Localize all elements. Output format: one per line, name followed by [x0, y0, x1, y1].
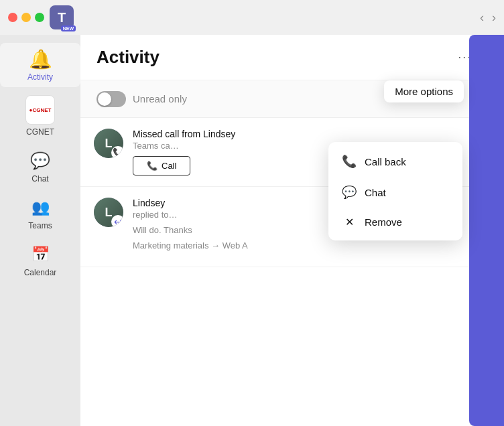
sidebar-label-teams: Teams	[28, 221, 52, 230]
toggle-knob	[98, 92, 111, 106]
sidebar-item-activity[interactable]: 🔔 Activity	[0, 43, 80, 87]
remove-label: Remove	[365, 216, 402, 228]
sidebar-label-cgnet: CGNET	[26, 127, 54, 137]
bell-icon: 🔔	[29, 48, 51, 70]
sidebar-item-calendar[interactable]: 📅 Calendar	[0, 238, 80, 283]
remove-icon: ✕	[342, 216, 357, 228]
sidebar: 🔔 Activity ●CGNET CGNET 💬 Chat 👥 Teams 📅…	[0, 35, 80, 426]
teams-logo-t: T	[58, 10, 66, 25]
minimize-button[interactable]	[21, 13, 31, 22]
more-options-tooltip: More options	[384, 80, 464, 102]
traffic-lights	[8, 13, 44, 22]
avatar-lindsey-2: L ↩	[94, 198, 123, 227]
main-layout: 🔔 Activity ●CGNET CGNET 💬 Chat 👥 Teams 📅…	[0, 35, 504, 426]
right-panel-accent	[469, 35, 504, 426]
title-bar: T NEW ‹ ›	[0, 0, 504, 35]
activity-header: Activity ··· ≡	[80, 35, 504, 80]
sidebar-item-teams[interactable]: 👥 Teams	[0, 192, 80, 236]
app-icon: T NEW	[50, 5, 74, 29]
calendar-icon: 📅	[29, 244, 51, 265]
maximize-button[interactable]	[35, 13, 44, 22]
cgnet-logo: ●CGNET	[25, 95, 55, 125]
missed-call-badge: 📞	[111, 146, 123, 158]
sidebar-item-cgnet[interactable]: ●CGNET CGNET	[0, 90, 80, 142]
context-menu-chat[interactable]: 💬 Chat	[328, 177, 462, 208]
teams-icon: 👥	[29, 197, 51, 218]
call-back-button[interactable]: 📞 Call	[133, 156, 190, 175]
context-menu-remove[interactable]: ✕ Remove	[328, 208, 462, 236]
content-area: Activity ··· ≡ Unread only L 📞	[80, 35, 504, 426]
chat-menu-icon: 💬	[342, 185, 357, 200]
close-button[interactable]	[8, 13, 17, 22]
replied-badge: ↩	[111, 215, 123, 227]
chat-menu-label: Chat	[365, 187, 386, 198]
sidebar-label-chat: Chat	[32, 174, 48, 184]
unread-toggle-container: Unread only	[97, 91, 187, 107]
page-title: Activity	[97, 47, 450, 68]
context-menu-call-back[interactable]: 📞 Call back	[328, 146, 462, 177]
back-arrow-icon[interactable]: ‹	[480, 11, 484, 25]
more-options-label: More options	[395, 86, 453, 97]
chat-icon: 💬	[29, 150, 51, 171]
unread-toggle[interactable]	[97, 91, 126, 107]
item-title-1: Missed call from Lindsey	[133, 129, 491, 139]
forward-arrow-icon[interactable]: ›	[492, 11, 496, 25]
sidebar-label-calendar: Calendar	[24, 268, 57, 277]
navigation-arrows: ‹ ›	[480, 11, 496, 25]
context-menu: 📞 Call back 💬 Chat ✕ Remove	[328, 142, 462, 240]
avatar-lindsey-1: L 📞	[94, 129, 123, 158]
sidebar-item-chat[interactable]: 💬 Chat	[0, 145, 80, 189]
call-icon: 📞	[147, 161, 158, 171]
sidebar-label-activity: Activity	[27, 72, 53, 82]
item-body2-2: Marketing materials → Web A	[133, 240, 491, 251]
new-badge: NEW	[61, 25, 76, 31]
call-back-label: Call back	[365, 156, 406, 167]
call-back-icon: 📞	[342, 154, 357, 169]
toggle-label: Unread only	[133, 93, 187, 104]
call-button-label: Call	[162, 161, 176, 171]
